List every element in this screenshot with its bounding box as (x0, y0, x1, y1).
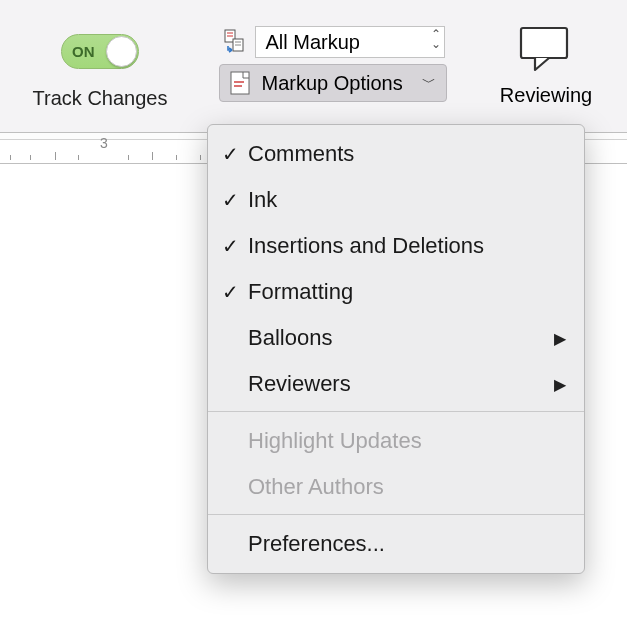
chevron-down-icon: ﹀ (422, 74, 436, 92)
ribbon: ON Track Changes All Markup (0, 0, 627, 132)
menu-item-insertions-deletions[interactable]: ✓ Insertions and Deletions (208, 223, 584, 269)
toggle-state-label: ON (72, 43, 95, 60)
submenu-arrow-icon: ▶ (554, 329, 566, 348)
svg-rect-6 (231, 72, 249, 94)
check-icon: ✓ (222, 142, 248, 166)
display-for-review-icon (221, 26, 253, 58)
display-for-review-select[interactable]: All Markup ⌃⌄ (255, 26, 445, 58)
track-changes-group: ON Track Changes (0, 22, 200, 110)
track-changes-label: Track Changes (33, 87, 168, 110)
menu-item-formatting[interactable]: ✓ Formatting (208, 269, 584, 315)
display-for-review-row: All Markup ⌃⌄ (221, 26, 445, 58)
reviewing-group[interactable]: Reviewing (465, 22, 627, 107)
markup-options-button[interactable]: Markup Options ﹀ (219, 64, 447, 102)
track-changes-toggle[interactable]: ON (61, 34, 139, 69)
check-icon: ✓ (222, 280, 248, 304)
menu-item-preferences[interactable]: Preferences... (208, 521, 584, 567)
markup-options-row: Markup Options ﹀ (219, 64, 447, 102)
check-icon: ✓ (222, 234, 248, 258)
display-for-review-value: All Markup (266, 31, 360, 54)
menu-item-other-authors: Other Authors (208, 464, 584, 510)
check-icon: ✓ (222, 188, 248, 212)
menu-separator (208, 411, 584, 412)
menu-separator (208, 514, 584, 515)
markup-options-menu: ✓ Comments ✓ Ink ✓ Insertions and Deleti… (207, 124, 585, 574)
markup-options-icon (224, 67, 256, 99)
menu-item-balloons[interactable]: Balloons ▶ (208, 315, 584, 361)
menu-item-highlight-updates: Highlight Updates (208, 418, 584, 464)
reviewing-label: Reviewing (500, 84, 592, 107)
menu-item-comments[interactable]: ✓ Comments (208, 131, 584, 177)
reviewing-pane-icon (515, 22, 577, 76)
markup-group: All Markup ⌃⌄ Markup Options ﹀ (200, 22, 465, 102)
stepper-icon: ⌃⌄ (431, 29, 441, 49)
menu-item-ink[interactable]: ✓ Ink (208, 177, 584, 223)
svg-rect-9 (521, 28, 567, 58)
markup-options-label: Markup Options (262, 72, 403, 95)
toggle-knob (106, 36, 137, 67)
menu-item-reviewers[interactable]: Reviewers ▶ (208, 361, 584, 407)
submenu-arrow-icon: ▶ (554, 375, 566, 394)
